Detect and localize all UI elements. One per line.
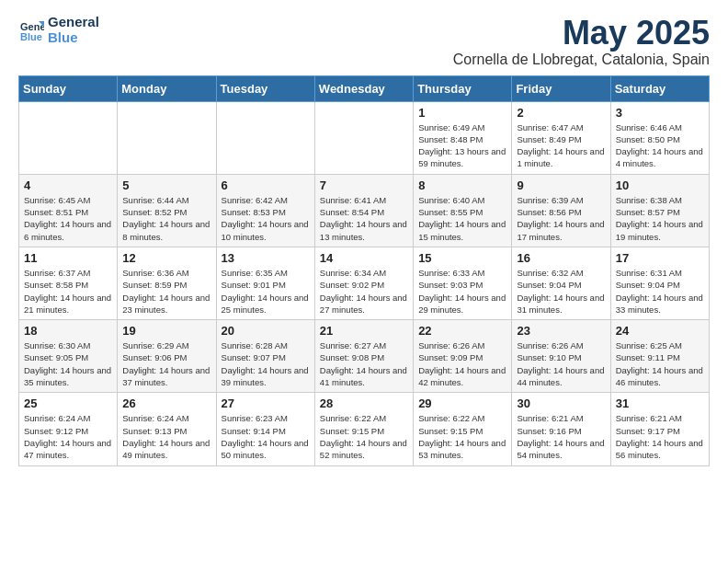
calendar-week-row: 25Sunrise: 6:24 AM Sunset: 9:12 PM Dayli… [19, 393, 710, 465]
day-info: Sunrise: 6:37 AM Sunset: 8:58 PM Dayligh… [24, 267, 112, 316]
calendar-header-row: SundayMondayTuesdayWednesdayThursdayFrid… [19, 75, 710, 101]
day-number: 5 [122, 178, 210, 192]
day-number: 18 [24, 324, 112, 338]
calendar-day-cell: 8Sunrise: 6:40 AM Sunset: 8:55 PM Daylig… [414, 174, 512, 247]
calendar-week-row: 4Sunrise: 6:45 AM Sunset: 8:51 PM Daylig… [19, 174, 710, 247]
day-info: Sunrise: 6:24 AM Sunset: 9:13 PM Dayligh… [122, 412, 210, 461]
day-number: 24 [616, 324, 704, 338]
day-number: 25 [24, 396, 112, 410]
day-number: 8 [418, 178, 506, 192]
day-info: Sunrise: 6:41 AM Sunset: 8:54 PM Dayligh… [320, 194, 408, 243]
day-info: Sunrise: 6:25 AM Sunset: 9:11 PM Dayligh… [616, 339, 704, 388]
calendar-day-cell: 13Sunrise: 6:35 AM Sunset: 9:01 PM Dayli… [216, 247, 314, 319]
day-number: 21 [320, 324, 408, 338]
day-number: 17 [616, 251, 704, 265]
logo-icon: General Blue [18, 17, 44, 43]
day-info: Sunrise: 6:28 AM Sunset: 9:07 PM Dayligh… [222, 339, 310, 388]
day-info: Sunrise: 6:21 AM Sunset: 9:16 PM Dayligh… [517, 412, 605, 461]
day-number: 28 [320, 396, 408, 410]
day-info: Sunrise: 6:38 AM Sunset: 8:57 PM Dayligh… [616, 194, 704, 243]
day-info: Sunrise: 6:39 AM Sunset: 8:56 PM Dayligh… [517, 194, 605, 243]
day-info: Sunrise: 6:35 AM Sunset: 9:01 PM Dayligh… [222, 267, 310, 316]
calendar-day-cell: 30Sunrise: 6:21 AM Sunset: 9:16 PM Dayli… [512, 393, 610, 465]
day-number: 20 [222, 324, 310, 338]
calendar-day-cell: 2Sunrise: 6:47 AM Sunset: 8:49 PM Daylig… [512, 101, 610, 174]
day-number: 14 [320, 251, 408, 265]
day-number: 29 [418, 396, 506, 410]
calendar-day-cell: 23Sunrise: 6:26 AM Sunset: 9:10 PM Dayli… [512, 320, 610, 393]
calendar-day-cell: 21Sunrise: 6:27 AM Sunset: 9:08 PM Dayli… [314, 320, 413, 393]
calendar-week-row: 18Sunrise: 6:30 AM Sunset: 9:05 PM Dayli… [19, 320, 710, 393]
logo-general: General [48, 15, 99, 30]
day-info: Sunrise: 6:30 AM Sunset: 9:05 PM Dayligh… [24, 339, 112, 388]
day-info: Sunrise: 6:34 AM Sunset: 9:02 PM Dayligh… [320, 267, 408, 316]
day-info: Sunrise: 6:44 AM Sunset: 8:52 PM Dayligh… [122, 194, 210, 243]
day-info: Sunrise: 6:32 AM Sunset: 9:04 PM Dayligh… [517, 267, 605, 316]
day-info: Sunrise: 6:46 AM Sunset: 8:50 PM Dayligh… [616, 121, 704, 170]
day-number: 12 [122, 251, 210, 265]
logo-blue: Blue [48, 30, 99, 46]
weekday-header: Friday [512, 75, 610, 101]
calendar-day-cell [314, 101, 413, 174]
day-number: 22 [418, 324, 506, 338]
day-info: Sunrise: 6:47 AM Sunset: 8:49 PM Dayligh… [517, 121, 605, 170]
day-number: 3 [616, 106, 704, 120]
day-info: Sunrise: 6:29 AM Sunset: 9:06 PM Dayligh… [122, 339, 210, 388]
day-number: 4 [24, 178, 112, 192]
calendar-day-cell: 24Sunrise: 6:25 AM Sunset: 9:11 PM Dayli… [610, 320, 709, 393]
calendar-day-cell: 16Sunrise: 6:32 AM Sunset: 9:04 PM Dayli… [512, 247, 610, 319]
day-number: 10 [616, 178, 704, 192]
day-info: Sunrise: 6:22 AM Sunset: 9:15 PM Dayligh… [418, 412, 506, 461]
calendar-day-cell: 14Sunrise: 6:34 AM Sunset: 9:02 PM Dayli… [314, 247, 413, 319]
month-title: May 2025 [453, 15, 710, 52]
header: General Blue General Blue May 2025 Corne… [18, 15, 710, 68]
day-number: 16 [517, 251, 605, 265]
day-info: Sunrise: 6:27 AM Sunset: 9:08 PM Dayligh… [320, 339, 408, 388]
calendar-day-cell: 29Sunrise: 6:22 AM Sunset: 9:15 PM Dayli… [414, 393, 512, 465]
day-info: Sunrise: 6:26 AM Sunset: 9:10 PM Dayligh… [517, 339, 605, 388]
calendar-day-cell: 9Sunrise: 6:39 AM Sunset: 8:56 PM Daylig… [512, 174, 610, 247]
day-info: Sunrise: 6:45 AM Sunset: 8:51 PM Dayligh… [24, 194, 112, 243]
day-info: Sunrise: 6:23 AM Sunset: 9:14 PM Dayligh… [222, 412, 310, 461]
day-number: 13 [222, 251, 310, 265]
day-info: Sunrise: 6:26 AM Sunset: 9:09 PM Dayligh… [418, 339, 506, 388]
calendar-table: SundayMondayTuesdayWednesdayThursdayFrid… [18, 75, 710, 466]
day-number: 7 [320, 178, 408, 192]
calendar-day-cell: 5Sunrise: 6:44 AM Sunset: 8:52 PM Daylig… [118, 174, 216, 247]
calendar-day-cell: 22Sunrise: 6:26 AM Sunset: 9:09 PM Dayli… [414, 320, 512, 393]
day-number: 23 [517, 324, 605, 338]
weekday-header: Thursday [414, 75, 512, 101]
calendar-day-cell: 1Sunrise: 6:49 AM Sunset: 8:48 PM Daylig… [414, 101, 512, 174]
day-number: 30 [517, 396, 605, 410]
calendar-day-cell: 27Sunrise: 6:23 AM Sunset: 9:14 PM Dayli… [216, 393, 314, 465]
calendar-week-row: 1Sunrise: 6:49 AM Sunset: 8:48 PM Daylig… [19, 101, 710, 174]
calendar-day-cell: 3Sunrise: 6:46 AM Sunset: 8:50 PM Daylig… [610, 101, 709, 174]
weekday-header: Tuesday [216, 75, 314, 101]
svg-text:Blue: Blue [20, 31, 42, 42]
day-number: 27 [222, 396, 310, 410]
weekday-header: Monday [118, 75, 216, 101]
title-block: May 2025 Cornella de Llobregat, Cataloni… [453, 15, 710, 68]
calendar-day-cell: 18Sunrise: 6:30 AM Sunset: 9:05 PM Dayli… [19, 320, 118, 393]
day-info: Sunrise: 6:36 AM Sunset: 8:59 PM Dayligh… [122, 267, 210, 316]
weekday-header: Sunday [19, 75, 118, 101]
calendar-day-cell: 11Sunrise: 6:37 AM Sunset: 8:58 PM Dayli… [19, 247, 118, 319]
day-number: 26 [122, 396, 210, 410]
calendar-day-cell: 25Sunrise: 6:24 AM Sunset: 9:12 PM Dayli… [19, 393, 118, 465]
day-info: Sunrise: 6:31 AM Sunset: 9:04 PM Dayligh… [616, 267, 704, 316]
calendar-day-cell [19, 101, 118, 174]
calendar-day-cell: 19Sunrise: 6:29 AM Sunset: 9:06 PM Dayli… [118, 320, 216, 393]
calendar-day-cell [118, 101, 216, 174]
day-number: 19 [122, 324, 210, 338]
logo: General Blue General Blue [18, 15, 99, 45]
calendar-day-cell [216, 101, 314, 174]
calendar-day-cell: 6Sunrise: 6:42 AM Sunset: 8:53 PM Daylig… [216, 174, 314, 247]
calendar-day-cell: 10Sunrise: 6:38 AM Sunset: 8:57 PM Dayli… [610, 174, 709, 247]
weekday-header: Wednesday [314, 75, 413, 101]
day-info: Sunrise: 6:21 AM Sunset: 9:17 PM Dayligh… [616, 412, 704, 461]
calendar-day-cell: 4Sunrise: 6:45 AM Sunset: 8:51 PM Daylig… [19, 174, 118, 247]
calendar-week-row: 11Sunrise: 6:37 AM Sunset: 8:58 PM Dayli… [19, 247, 710, 319]
day-number: 1 [418, 106, 506, 120]
day-number: 15 [418, 251, 506, 265]
location-subtitle: Cornella de Llobregat, Catalonia, Spain [453, 52, 710, 68]
